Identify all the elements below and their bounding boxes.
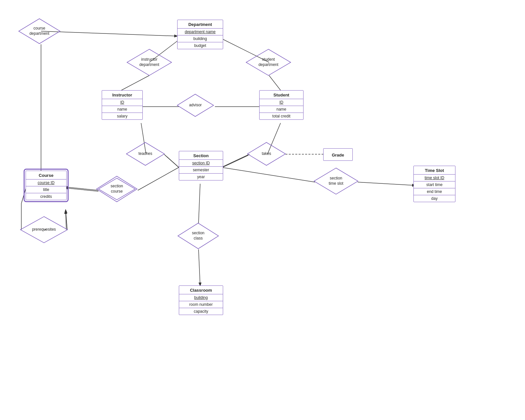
course-attr-credits: credits xyxy=(26,193,66,200)
dept-attr-building: building xyxy=(178,35,223,42)
svg-line-0 xyxy=(41,31,177,36)
section-course-label: sectioncourse xyxy=(111,184,123,194)
department-title: Department xyxy=(178,20,223,29)
student-department-diamond: studentdepartment xyxy=(245,49,291,76)
section-class-diamond: sectionclass xyxy=(177,222,219,249)
svg-line-16 xyxy=(138,167,179,190)
classroom-attr-building: building xyxy=(179,294,223,301)
advisor-diamond: advisor xyxy=(177,94,214,117)
takes-diamond: takes xyxy=(247,142,286,166)
timeslot-title: Time Slot xyxy=(414,166,455,175)
svg-line-10 xyxy=(164,154,179,167)
section-attr-id: section ID xyxy=(179,160,223,167)
section-class-label: sectionclass xyxy=(192,231,204,241)
classroom-title: Classroom xyxy=(179,286,223,294)
timeslot-attr-end: end time xyxy=(414,188,455,195)
instructor-attr-name: name xyxy=(102,106,142,113)
svg-line-19 xyxy=(221,167,315,182)
grade-entity: Grade xyxy=(323,148,353,161)
grade-title: Grade xyxy=(327,151,349,159)
teaches-label: teaches xyxy=(138,151,152,157)
svg-line-11 xyxy=(165,155,180,168)
section-attr-year: year xyxy=(179,174,223,180)
er-diagram: Department department name building budg… xyxy=(0,0,525,420)
svg-line-14 xyxy=(220,155,248,168)
instructor-attr-id: ID xyxy=(102,99,142,106)
student-attr-name: name xyxy=(260,106,303,113)
instructor-attr-salary: salary xyxy=(102,113,142,119)
student-attr-id: ID xyxy=(260,99,303,106)
instructor-entity: Instructor ID name salary xyxy=(102,90,143,120)
student-dept-label: studentdepartment xyxy=(259,57,279,67)
section-attr-semester: semester xyxy=(179,167,223,174)
inst-dept-label: instructordepartment xyxy=(139,57,159,67)
svg-line-20 xyxy=(358,182,415,185)
course-attr-title: title xyxy=(26,186,66,193)
prereqs-label: prerequesites xyxy=(32,227,56,232)
teaches-diamond: teaches xyxy=(126,142,165,166)
dept-attr-budget: budget xyxy=(178,42,223,49)
svg-line-18 xyxy=(66,188,98,191)
course-department-diamond: coursedepartment xyxy=(18,18,61,44)
svg-line-17 xyxy=(66,187,98,190)
svg-line-22 xyxy=(199,249,200,285)
course-dept-label: coursedepartment xyxy=(30,26,50,36)
section-entity: Section section ID semester year xyxy=(179,151,223,180)
timeslot-entity: Time Slot time slot ID start time end ti… xyxy=(413,166,455,202)
department-entity: Department department name building budg… xyxy=(177,20,223,49)
section-title: Section xyxy=(179,151,223,160)
section-course-diamond: sectioncourse xyxy=(96,176,138,202)
instructor-department-diamond: instructordepartment xyxy=(126,49,172,76)
course-attr-id: course ID xyxy=(26,179,66,186)
svg-line-13 xyxy=(221,154,249,167)
section-timeslot-diamond: sectiontime slot xyxy=(313,167,359,195)
classroom-entity: Classroom building room number capacity xyxy=(179,285,223,315)
timeslot-attr-day: day xyxy=(414,195,455,202)
advisor-label: advisor xyxy=(189,103,202,108)
classroom-attr-capacity: capacity xyxy=(179,308,223,315)
course-entity: Course course ID title credits xyxy=(26,171,67,200)
instructor-title: Instructor xyxy=(102,91,142,99)
course-title: Course xyxy=(26,171,66,179)
section-timeslot-label: sectiontime slot xyxy=(329,176,344,186)
svg-line-21 xyxy=(199,184,200,223)
classroom-attr-room: room number xyxy=(179,301,223,308)
student-title: Student xyxy=(260,91,303,99)
takes-label: takes xyxy=(262,151,271,157)
prerequesites-diamond: prerequesites xyxy=(20,216,68,243)
student-attr-credit: total credit xyxy=(260,113,303,119)
timeslot-attr-id: time slot ID xyxy=(414,175,455,181)
timeslot-attr-start: start time xyxy=(414,181,455,188)
svg-line-5 xyxy=(121,75,149,90)
student-entity: Student ID name total credit xyxy=(259,90,304,120)
svg-line-6 xyxy=(269,75,281,90)
dept-attr-name: department name xyxy=(178,29,223,35)
